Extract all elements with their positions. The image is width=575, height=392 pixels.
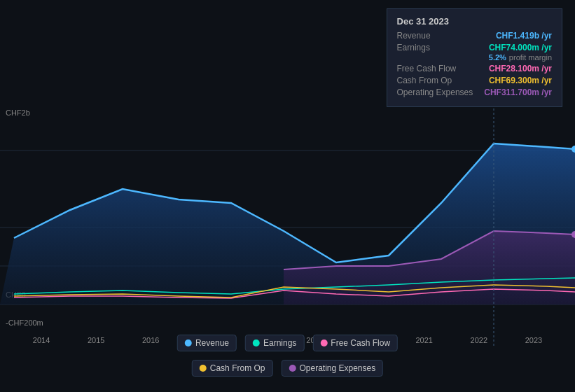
legend-label-fcf: Free Cash Flow (331, 338, 390, 348)
legend-label-revenue: Revenue (195, 338, 229, 348)
legend-item-earnings[interactable]: Earnings (245, 335, 304, 351)
tooltip-box: Dec 31 2023 Revenue CHF1.419b /yr Earnin… (387, 8, 562, 107)
earnings-dot (253, 340, 260, 346)
x-label-2014: 2014 (33, 336, 50, 344)
op-expenses-dot (289, 365, 296, 372)
revenue-label: Revenue (397, 31, 431, 41)
fcf-dot (320, 340, 327, 346)
legend-item-revenue[interactable]: Revenue (177, 335, 237, 351)
tooltip-row-revenue: Revenue CHF1.419b /yr (397, 31, 552, 41)
op-expenses-value: CHF311.700m /yr (484, 88, 552, 97)
legend-item-op-expenses[interactable]: Operating Expenses (281, 360, 383, 377)
fcf-label: Free Cash Flow (397, 64, 457, 74)
profit-margin-row: 5.2% profit margin (397, 53, 552, 62)
legend-item-fcf[interactable]: Free Cash Flow (312, 335, 398, 351)
legend-label-earnings: Earnings (263, 338, 296, 348)
profit-margin-pct: 5.2% (489, 53, 506, 62)
tooltip-row-earnings: Earnings CHF74.000m /yr (397, 43, 552, 52)
tooltip-title: Dec 31 2023 (397, 16, 552, 27)
tooltip-row-fcf: Free Cash Flow CHF28.100m /yr (397, 64, 552, 74)
legend-item-cash-from-op[interactable]: Cash From Op (192, 360, 273, 377)
x-label-2015: 2015 (88, 336, 104, 344)
revenue-value: CHF1.419b /yr (496, 31, 552, 41)
profit-margin-label: profit margin (509, 53, 552, 62)
op-expenses-label: Operating Expenses (397, 88, 473, 97)
tooltip-row-cash-from-op: Cash From Op CHF69.300m /yr (397, 76, 552, 85)
revenue-dot (185, 340, 192, 346)
x-label-2023: 2023 (525, 336, 542, 344)
chart-svg (0, 108, 575, 346)
legend: Revenue Earnings Free Cash Flow Cash Fro… (144, 335, 431, 377)
legend-label-cash-from-op: Cash From Op (210, 363, 265, 373)
x-label-2022: 2022 (471, 336, 487, 344)
earnings-value: CHF74.000m /yr (489, 43, 552, 52)
cash-from-op-dot (200, 365, 207, 372)
fcf-value: CHF28.100m /yr (489, 64, 552, 74)
chart-container: Dec 31 2023 Revenue CHF1.419b /yr Earnin… (0, 0, 575, 392)
legend-label-op-expenses: Operating Expenses (299, 363, 375, 373)
tooltip-row-op-expenses: Operating Expenses CHF311.700m /yr (397, 88, 552, 97)
cash-from-op-value: CHF69.300m /yr (489, 76, 552, 85)
cash-from-op-label: Cash From Op (397, 76, 452, 85)
earnings-label: Earnings (397, 43, 430, 52)
